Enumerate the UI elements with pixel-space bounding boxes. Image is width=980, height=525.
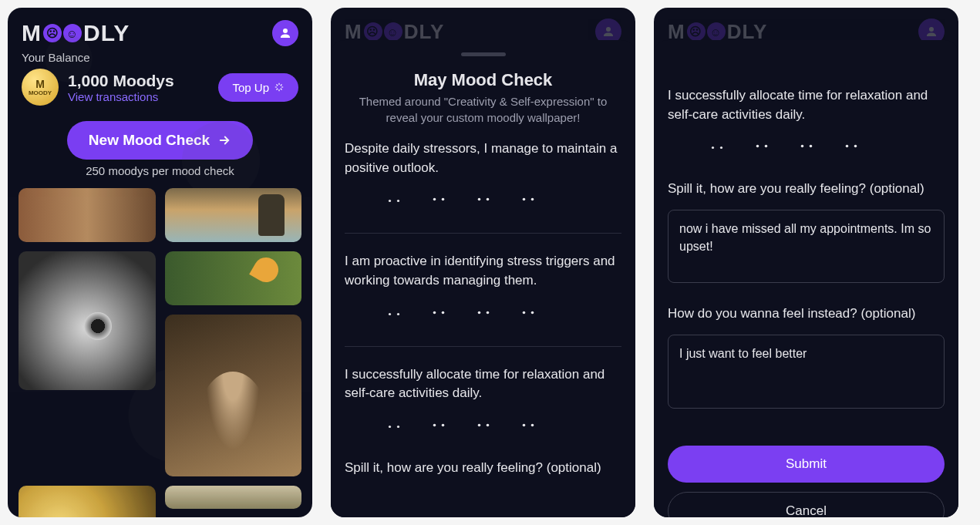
instead-textarea[interactable] bbox=[668, 335, 945, 409]
divider bbox=[345, 346, 621, 347]
screen-home: M ☹ ☺ DLY Your Balance MMOODY 1,000 Mood… bbox=[8, 8, 312, 517]
rating-row-2 bbox=[345, 301, 621, 329]
rating-neutral[interactable] bbox=[470, 414, 497, 442]
rating-angry[interactable] bbox=[380, 188, 408, 216]
rating-sad[interactable] bbox=[425, 188, 453, 216]
profile-avatar-button[interactable] bbox=[272, 20, 298, 46]
wallpaper-thumb[interactable] bbox=[165, 315, 302, 476]
rating-sad[interactable] bbox=[425, 301, 453, 329]
user-icon bbox=[278, 26, 292, 40]
sheet-subtitle: Themed around "Creativity & Self-express… bbox=[345, 93, 621, 126]
cost-note: 250 moodys per mood check bbox=[86, 164, 234, 177]
cancel-button[interactable]: Cancel bbox=[668, 492, 945, 517]
rating-sad[interactable] bbox=[425, 414, 453, 442]
rating-row-3 bbox=[668, 135, 945, 163]
app-logo: M ☹ ☺ DLY bbox=[22, 20, 130, 46]
wallpaper-thumb[interactable] bbox=[19, 486, 156, 517]
rating-smile[interactable] bbox=[514, 301, 542, 329]
mood-check-sheet: I successfully allocate time for relaxat… bbox=[654, 40, 958, 517]
balance-label: Your Balance bbox=[22, 51, 298, 64]
rating-angry[interactable] bbox=[380, 301, 408, 329]
logo-happy-icon: ☺ bbox=[63, 24, 82, 42]
wallpaper-thumb[interactable] bbox=[165, 251, 302, 305]
question-2: I am proactive in identifying stress tri… bbox=[345, 252, 621, 290]
screen-mood-check: M☹☺DLY May Mood Check Themed around "Cre… bbox=[331, 8, 635, 517]
screen-mood-check-bottom: M☹☺DLY I successfully allocate time for … bbox=[654, 8, 958, 517]
rating-neutral[interactable] bbox=[793, 135, 820, 163]
rating-row-3 bbox=[345, 414, 621, 442]
question-3: I successfully allocate time for relaxat… bbox=[668, 86, 945, 124]
wallpaper-thumb[interactable] bbox=[165, 486, 302, 509]
balance-amount: 1,000 Moodys bbox=[68, 72, 174, 90]
rating-grin[interactable] bbox=[559, 301, 587, 329]
rating-smile[interactable] bbox=[837, 135, 865, 163]
spill-textarea[interactable] bbox=[668, 210, 945, 284]
spill-label: Spill it, how are you really feeling? (o… bbox=[668, 180, 945, 199]
coin-icon: MMOODY bbox=[22, 69, 59, 106]
rating-grin[interactable] bbox=[559, 414, 587, 442]
wallpaper-gallery bbox=[8, 177, 312, 517]
sheet-title: May Mood Check bbox=[345, 70, 621, 90]
spill-label: Spill it, how are you really feeling? (o… bbox=[345, 459, 621, 478]
top-up-button[interactable]: Top Up bbox=[218, 73, 298, 102]
wallpaper-thumb[interactable] bbox=[19, 251, 156, 390]
divider bbox=[345, 233, 621, 234]
wallpaper-thumb[interactable] bbox=[19, 188, 156, 242]
balance-section: Your Balance MMOODY 1,000 Moodys View tr… bbox=[8, 51, 312, 106]
instead-label: How do you wanna feel instead? (optional… bbox=[668, 305, 945, 324]
rating-angry[interactable] bbox=[703, 135, 731, 163]
rating-neutral[interactable] bbox=[470, 301, 497, 329]
sheet-grab-handle[interactable] bbox=[461, 52, 506, 56]
rating-grin[interactable] bbox=[882, 135, 910, 163]
wallpaper-thumb[interactable] bbox=[165, 188, 302, 242]
mood-check-sheet: May Mood Check Themed around "Creativity… bbox=[331, 40, 635, 517]
arrow-right-icon bbox=[217, 133, 231, 147]
rating-sad[interactable] bbox=[748, 135, 776, 163]
view-transactions-link[interactable]: View transactions bbox=[68, 90, 174, 103]
logo-sad-icon: ☹ bbox=[43, 24, 62, 42]
new-mood-check-button[interactable]: New Mood Check bbox=[67, 121, 253, 160]
question-3: I successfully allocate time for relaxat… bbox=[345, 365, 621, 403]
rating-angry[interactable] bbox=[380, 414, 408, 442]
rating-smile[interactable] bbox=[514, 414, 542, 442]
rating-grin[interactable] bbox=[559, 188, 587, 216]
rating-row-1 bbox=[345, 188, 621, 216]
rating-smile[interactable] bbox=[514, 188, 542, 216]
submit-button[interactable]: Submit bbox=[668, 446, 945, 483]
rating-neutral[interactable] bbox=[470, 188, 497, 216]
sparkle-icon bbox=[274, 82, 285, 93]
question-1: Despite daily stressors, I manage to mai… bbox=[345, 140, 621, 177]
